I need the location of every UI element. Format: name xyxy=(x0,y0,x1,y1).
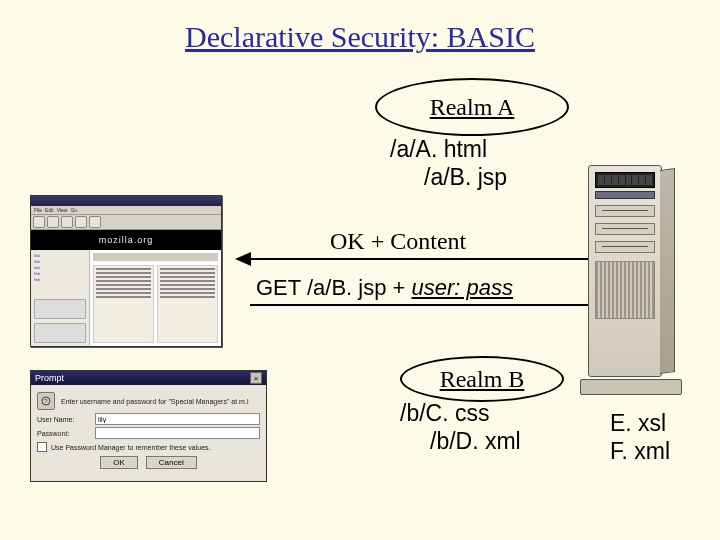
prompt-message: Enter username and password for "Special… xyxy=(61,398,248,405)
auth-prompt-dialog: Prompt × ? Enter username and password f… xyxy=(30,370,267,482)
content-column xyxy=(93,265,154,343)
realm-a-label: Realm A xyxy=(430,94,515,121)
request-arrow-line xyxy=(250,304,590,306)
root-file-2: F. xml xyxy=(610,438,670,464)
browser-banner: mozilla.org xyxy=(31,230,221,250)
username-label: User Name: xyxy=(37,416,89,423)
browser-menu-item: Edit xyxy=(45,207,54,213)
server-root-files: E. xsl F. xml xyxy=(610,410,670,465)
close-icon[interactable]: × xyxy=(250,372,262,384)
question-icon: ? xyxy=(37,392,55,410)
request-flow-credentials: user: pass xyxy=(412,275,514,300)
reload-icon xyxy=(61,216,73,228)
content-column xyxy=(157,265,218,343)
browser-body: linklinklinklinklink xyxy=(31,250,221,346)
back-icon xyxy=(33,216,45,228)
realm-a-bubble: Realm A xyxy=(375,78,569,136)
home-icon xyxy=(89,216,101,228)
browser-toolbar xyxy=(31,215,221,230)
realm-a-file-1: /a/A. html xyxy=(390,136,487,162)
realm-b-label: Realm B xyxy=(440,366,525,393)
prompt-title: Prompt xyxy=(35,373,64,383)
stop-icon xyxy=(75,216,87,228)
browser-sidebar: linklinklinklinklink xyxy=(31,250,90,346)
browser-menu-item: View xyxy=(57,207,68,213)
realm-b-file-1: /b/C. css xyxy=(400,400,489,426)
sidebar-block xyxy=(34,323,86,343)
realm-a-file-2: /a/B. jsp xyxy=(390,164,507,192)
server-drive xyxy=(595,223,655,235)
realm-b-bubble: Realm B xyxy=(400,356,564,402)
browser-menu-item: File xyxy=(34,207,42,213)
server-badge xyxy=(595,191,655,199)
remember-label: Use Password Manager to remember these v… xyxy=(51,444,211,451)
realm-a-files: /a/A. html /a/B. jsp xyxy=(390,136,507,191)
cancel-button[interactable]: Cancel xyxy=(146,456,197,469)
realm-b-files: /b/C. css /b/D. xml xyxy=(400,400,521,455)
server-vent xyxy=(595,261,655,319)
sidebar-block xyxy=(34,299,86,319)
server-illustration xyxy=(580,165,690,395)
server-bay xyxy=(595,172,655,188)
realm-b-file-2: /b/D. xml xyxy=(400,428,521,456)
svg-text:?: ? xyxy=(44,398,48,404)
browser-menubar: File Edit View Go xyxy=(31,206,221,215)
response-arrow-head xyxy=(235,252,251,266)
username-field[interactable] xyxy=(95,413,260,425)
content-header xyxy=(93,253,218,261)
server-drive xyxy=(595,241,655,253)
request-flow-label: GET /a/B. jsp + user: pass xyxy=(256,275,513,301)
ok-button[interactable]: OK xyxy=(100,456,138,469)
browser-titlebar xyxy=(31,196,221,206)
forward-icon xyxy=(47,216,59,228)
browser-content xyxy=(90,250,221,346)
password-field[interactable] xyxy=(95,427,260,439)
browser-menu-item: Go xyxy=(70,207,77,213)
server-drive xyxy=(595,205,655,217)
root-file-1: E. xsl xyxy=(610,410,666,436)
browser-window: File Edit View Go mozilla.org linklinkli… xyxy=(30,195,222,347)
sidebar-links: linklinklinklinklink xyxy=(34,253,86,295)
password-label: Password: xyxy=(37,430,89,437)
response-flow-label: OK + Content xyxy=(330,228,466,255)
prompt-titlebar: Prompt × xyxy=(31,371,266,385)
request-flow-prefix: GET /a/B. jsp + xyxy=(256,275,412,300)
response-arrow-line xyxy=(250,258,590,260)
slide-title: Declarative Security: BASIC xyxy=(0,20,720,54)
remember-checkbox[interactable] xyxy=(37,442,47,452)
server-base xyxy=(580,379,682,395)
server-case xyxy=(588,165,662,377)
